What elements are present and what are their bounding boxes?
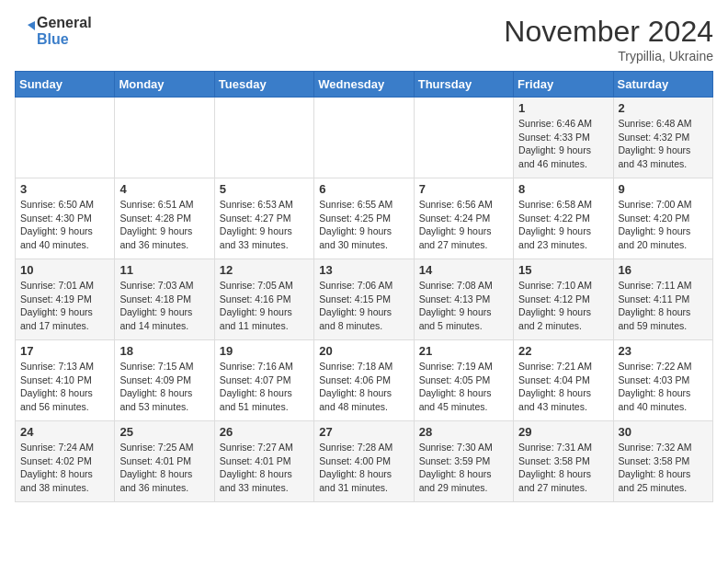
calendar-table: SundayMondayTuesdayWednesdayThursdayFrid…	[15, 71, 713, 502]
day-number: 18	[119, 344, 209, 358]
day-info: Sunrise: 6:55 AM Sunset: 4:25 PM Dayligh…	[319, 198, 408, 252]
calendar-week-1: 1Sunrise: 6:46 AM Sunset: 4:33 PM Daylig…	[16, 98, 713, 178]
title-block: November 2024 Trypillia, Ukraine	[504, 15, 713, 63]
calendar-cell: 10Sunrise: 7:01 AM Sunset: 4:19 PM Dayli…	[16, 259, 115, 340]
logo-bird-icon	[15, 21, 35, 41]
calendar-cell: 23Sunrise: 7:22 AM Sunset: 4:03 PM Dayli…	[613, 340, 712, 421]
calendar-cell: 9Sunrise: 7:00 AM Sunset: 4:20 PM Daylig…	[613, 178, 712, 259]
calendar-cell	[414, 98, 513, 178]
calendar-cell	[314, 98, 414, 178]
logo-blue: Blue	[37, 31, 92, 48]
day-info: Sunrise: 7:21 AM Sunset: 4:04 PM Dayligh…	[518, 360, 608, 414]
day-number: 21	[419, 344, 508, 358]
day-header-sunday: Sunday	[16, 72, 115, 98]
day-number: 23	[619, 344, 708, 358]
day-info: Sunrise: 7:27 AM Sunset: 4:01 PM Dayligh…	[220, 441, 309, 495]
day-header-saturday: Saturday	[613, 72, 712, 98]
logo-container: General Blue	[15, 15, 92, 47]
day-number: 29	[518, 425, 608, 439]
day-number: 27	[319, 425, 408, 439]
calendar-week-4: 17Sunrise: 7:13 AM Sunset: 4:10 PM Dayli…	[16, 340, 713, 421]
calendar-cell: 24Sunrise: 7:24 AM Sunset: 4:02 PM Dayli…	[16, 421, 115, 502]
day-info: Sunrise: 7:01 AM Sunset: 4:19 PM Dayligh…	[20, 279, 109, 333]
calendar-cell: 13Sunrise: 7:06 AM Sunset: 4:15 PM Dayli…	[314, 259, 414, 340]
calendar-cell: 11Sunrise: 7:03 AM Sunset: 4:18 PM Dayli…	[115, 259, 214, 340]
day-info: Sunrise: 7:11 AM Sunset: 4:11 PM Dayligh…	[619, 279, 708, 333]
day-number: 22	[518, 344, 608, 358]
calendar-cell: 1Sunrise: 6:46 AM Sunset: 4:33 PM Daylig…	[514, 98, 613, 178]
day-header-friday: Friday	[514, 72, 613, 98]
calendar-cell: 29Sunrise: 7:31 AM Sunset: 3:58 PM Dayli…	[514, 421, 613, 502]
calendar-cell: 30Sunrise: 7:32 AM Sunset: 3:58 PM Dayli…	[613, 421, 712, 502]
calendar-cell: 7Sunrise: 6:56 AM Sunset: 4:24 PM Daylig…	[414, 178, 513, 259]
day-number: 19	[220, 344, 309, 358]
calendar-cell: 18Sunrise: 7:15 AM Sunset: 4:09 PM Dayli…	[115, 340, 214, 421]
day-number: 11	[119, 263, 209, 277]
day-info: Sunrise: 7:15 AM Sunset: 4:09 PM Dayligh…	[119, 360, 209, 414]
day-number: 30	[619, 425, 708, 439]
day-info: Sunrise: 6:48 AM Sunset: 4:32 PM Dayligh…	[619, 117, 708, 171]
day-info: Sunrise: 7:05 AM Sunset: 4:16 PM Dayligh…	[220, 279, 309, 333]
day-header-monday: Monday	[115, 72, 214, 98]
calendar-cell	[16, 98, 115, 178]
day-header-thursday: Thursday	[414, 72, 513, 98]
day-number: 14	[419, 263, 508, 277]
day-info: Sunrise: 7:16 AM Sunset: 4:07 PM Dayligh…	[220, 360, 309, 414]
calendar-cell: 5Sunrise: 6:53 AM Sunset: 4:27 PM Daylig…	[214, 178, 313, 259]
calendar-cell: 12Sunrise: 7:05 AM Sunset: 4:16 PM Dayli…	[214, 259, 313, 340]
day-info: Sunrise: 7:25 AM Sunset: 4:01 PM Dayligh…	[119, 441, 209, 495]
day-info: Sunrise: 7:32 AM Sunset: 3:58 PM Dayligh…	[619, 441, 708, 495]
day-number: 5	[220, 182, 309, 196]
logo-general: General	[37, 15, 92, 31]
calendar-cell: 6Sunrise: 6:55 AM Sunset: 4:25 PM Daylig…	[314, 178, 414, 259]
day-number: 24	[20, 425, 109, 439]
day-info: Sunrise: 7:06 AM Sunset: 4:15 PM Dayligh…	[319, 279, 408, 333]
day-info: Sunrise: 7:30 AM Sunset: 3:59 PM Dayligh…	[419, 441, 508, 495]
calendar-cell	[214, 98, 313, 178]
day-number: 9	[619, 182, 708, 196]
day-number: 26	[220, 425, 309, 439]
day-info: Sunrise: 7:22 AM Sunset: 4:03 PM Dayligh…	[619, 360, 708, 414]
day-number: 12	[220, 263, 309, 277]
calendar-cell: 2Sunrise: 6:48 AM Sunset: 4:32 PM Daylig…	[613, 98, 712, 178]
day-number: 16	[619, 263, 708, 277]
day-info: Sunrise: 6:53 AM Sunset: 4:27 PM Dayligh…	[220, 198, 309, 252]
day-info: Sunrise: 7:19 AM Sunset: 4:05 PM Dayligh…	[419, 360, 508, 414]
day-number: 15	[518, 263, 608, 277]
month-title: November 2024	[504, 15, 713, 49]
calendar-cell: 19Sunrise: 7:16 AM Sunset: 4:07 PM Dayli…	[214, 340, 313, 421]
calendar-cell: 20Sunrise: 7:18 AM Sunset: 4:06 PM Dayli…	[314, 340, 414, 421]
day-number: 7	[419, 182, 508, 196]
calendar-cell: 17Sunrise: 7:13 AM Sunset: 4:10 PM Dayli…	[16, 340, 115, 421]
day-number: 28	[419, 425, 508, 439]
calendar-cell: 22Sunrise: 7:21 AM Sunset: 4:04 PM Dayli…	[514, 340, 613, 421]
day-number: 2	[619, 101, 708, 115]
calendar-cell: 14Sunrise: 7:08 AM Sunset: 4:13 PM Dayli…	[414, 259, 513, 340]
day-info: Sunrise: 6:58 AM Sunset: 4:22 PM Dayligh…	[518, 198, 608, 252]
day-info: Sunrise: 7:31 AM Sunset: 3:58 PM Dayligh…	[518, 441, 608, 495]
calendar-cell	[115, 98, 214, 178]
calendar-week-2: 3Sunrise: 6:50 AM Sunset: 4:30 PM Daylig…	[16, 178, 713, 259]
day-info: Sunrise: 7:08 AM Sunset: 4:13 PM Dayligh…	[419, 279, 508, 333]
day-header-wednesday: Wednesday	[314, 72, 414, 98]
page-header: General Blue November 2024 Trypillia, Uk…	[15, 15, 713, 63]
day-info: Sunrise: 7:24 AM Sunset: 4:02 PM Dayligh…	[20, 441, 109, 495]
day-info: Sunrise: 6:56 AM Sunset: 4:24 PM Dayligh…	[419, 198, 508, 252]
day-info: Sunrise: 6:51 AM Sunset: 4:28 PM Dayligh…	[119, 198, 209, 252]
location: Trypillia, Ukraine	[504, 49, 713, 63]
logo: General Blue	[15, 15, 92, 47]
day-info: Sunrise: 6:50 AM Sunset: 4:30 PM Dayligh…	[20, 198, 109, 252]
calendar-cell: 27Sunrise: 7:28 AM Sunset: 4:00 PM Dayli…	[314, 421, 414, 502]
calendar-cell: 21Sunrise: 7:19 AM Sunset: 4:05 PM Dayli…	[414, 340, 513, 421]
day-number: 17	[20, 344, 109, 358]
day-number: 8	[518, 182, 608, 196]
calendar-cell: 15Sunrise: 7:10 AM Sunset: 4:12 PM Dayli…	[514, 259, 613, 340]
day-info: Sunrise: 6:46 AM Sunset: 4:33 PM Dayligh…	[518, 117, 608, 171]
day-info: Sunrise: 7:00 AM Sunset: 4:20 PM Dayligh…	[619, 198, 708, 252]
calendar-cell: 4Sunrise: 6:51 AM Sunset: 4:28 PM Daylig…	[115, 178, 214, 259]
calendar-cell: 8Sunrise: 6:58 AM Sunset: 4:22 PM Daylig…	[514, 178, 613, 259]
day-info: Sunrise: 7:18 AM Sunset: 4:06 PM Dayligh…	[319, 360, 408, 414]
day-header-tuesday: Tuesday	[214, 72, 313, 98]
day-info: Sunrise: 7:10 AM Sunset: 4:12 PM Dayligh…	[518, 279, 608, 333]
day-number: 25	[119, 425, 209, 439]
